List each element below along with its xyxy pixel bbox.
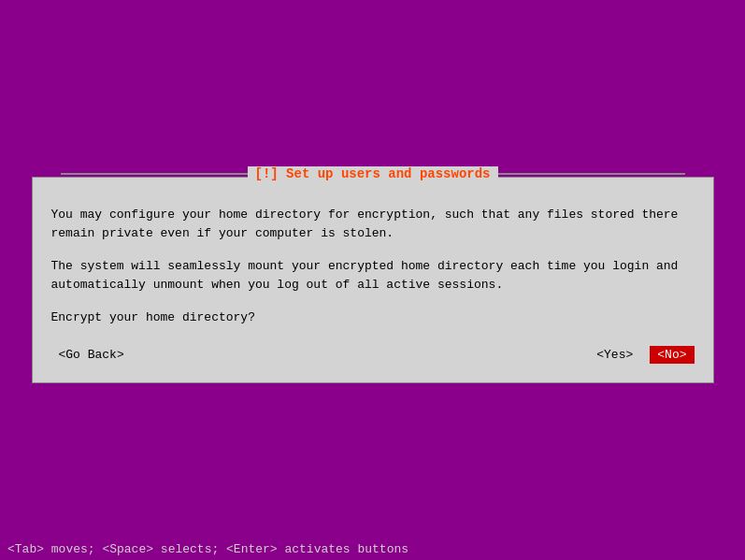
dialog: [!] Set up users and passwords You may c… bbox=[32, 177, 714, 383]
title-line-left bbox=[60, 173, 247, 175]
go-back-button[interactable]: <Go Back> bbox=[51, 346, 132, 364]
dialog-title: [!] Set up users and passwords bbox=[247, 166, 497, 181]
yes-button[interactable]: <Yes> bbox=[589, 346, 640, 364]
paragraph-1: You may configure your home directory fo… bbox=[51, 206, 695, 242]
paragraph-2: The system will seamlessly mount your en… bbox=[51, 257, 695, 294]
title-bar: [!] Set up users and passwords bbox=[60, 166, 684, 181]
button-row: <Go Back> <Yes> <No> bbox=[51, 346, 695, 364]
no-button[interactable]: <No> bbox=[650, 346, 694, 364]
title-line-right bbox=[498, 173, 685, 175]
question-text: Encrypt your home directory? bbox=[51, 309, 695, 327]
status-bar: <Tab> moves; <Space> selects; <Enter> ac… bbox=[0, 538, 745, 560]
right-buttons: <Yes> <No> bbox=[589, 346, 694, 364]
dialog-content: You may configure your home directory fo… bbox=[51, 206, 695, 327]
